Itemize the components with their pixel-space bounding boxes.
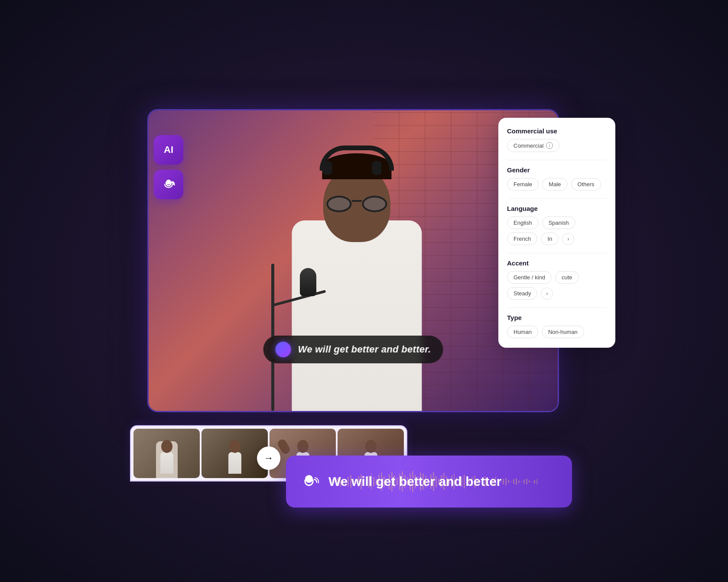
language-section: Language English Spanish French In ›	[507, 205, 607, 245]
wave-bar	[531, 482, 533, 482]
type-title: Type	[507, 314, 607, 321]
video-background: We will get better and better.	[149, 110, 558, 411]
commercial-use-section: Commercial use Commercial i	[507, 127, 607, 152]
accent-steady-tag[interactable]: Steady	[507, 287, 537, 300]
wave-bar	[510, 481, 512, 482]
accent-more-button[interactable]: ›	[541, 288, 553, 300]
next-arrow-button[interactable]: →	[257, 446, 280, 470]
bottom-section: → We will get better and better	[130, 425, 585, 508]
type-nonhuman-tag[interactable]: Non-human	[542, 326, 584, 338]
wave-bar	[523, 479, 525, 484]
main-video-card: We will get better and better.	[147, 109, 559, 412]
info-icon: i	[546, 142, 553, 149]
wave-bar	[516, 478, 517, 485]
ai-button[interactable]: AI	[154, 135, 183, 165]
wave-bar	[505, 478, 507, 485]
wave-bar	[513, 479, 514, 484]
gender-others-tag[interactable]: Others	[571, 178, 601, 191]
language-more-button[interactable]: ›	[562, 233, 574, 245]
language-spanish-tag[interactable]: Spanish	[542, 217, 575, 229]
gender-male-tag[interactable]: Male	[542, 178, 567, 191]
divider-3	[507, 253, 607, 253]
left-toolbar: AI	[154, 135, 183, 199]
divider-1	[507, 160, 607, 160]
gender-female-tag[interactable]: Female	[507, 178, 539, 191]
language-in-tag[interactable]: In	[541, 233, 559, 245]
wave-bar	[518, 480, 520, 483]
arrow-icon: →	[264, 453, 273, 464]
voice-button[interactable]	[154, 170, 183, 199]
film-thumb-1[interactable]	[133, 429, 200, 478]
divider-4	[507, 307, 607, 308]
gender-tags: Female Male Others	[507, 178, 607, 191]
ai-label: AI	[164, 144, 173, 155]
accent-section: Accent Gentle / kind cute Steady ›	[507, 259, 607, 300]
wave-bar	[526, 479, 527, 485]
gender-title: Gender	[507, 166, 607, 174]
filter-panel: Commercial use Commercial i Gender Femal…	[498, 118, 615, 348]
commercial-use-title: Commercial use	[507, 127, 607, 135]
gender-section: Gender Female Male Others	[507, 166, 607, 191]
wave-bar	[534, 480, 535, 484]
commercial-tag[interactable]: Commercial i	[507, 139, 559, 152]
divider-2	[507, 198, 607, 199]
accent-gentle-tag[interactable]: Gentle / kind	[507, 271, 552, 284]
language-tags: English Spanish French In ›	[507, 217, 607, 245]
language-english-tag[interactable]: English	[507, 217, 539, 229]
type-section: Type Human Non-human	[507, 314, 607, 338]
language-french-tag[interactable]: French	[507, 233, 537, 245]
audio-bar: We will get better and better	[286, 456, 572, 508]
wave-bar	[521, 481, 522, 482]
accent-tags: Gentle / kind cute Steady ›	[507, 271, 607, 300]
wave-bar	[536, 479, 538, 485]
wave-bar	[508, 480, 509, 483]
wave-bar	[503, 479, 504, 485]
subtitle-dot	[276, 342, 291, 357]
accent-cute-tag[interactable]: cute	[555, 271, 579, 284]
audio-text: We will get better and better	[328, 474, 502, 489]
language-title: Language	[507, 205, 607, 212]
wave-bar	[529, 480, 530, 483]
type-human-tag[interactable]: Human	[507, 326, 538, 338]
subtitle-text: We will get better and better.	[298, 344, 431, 355]
voice-icon	[161, 177, 176, 192]
type-tags: Human Non-human	[507, 326, 607, 338]
accent-title: Accent	[507, 259, 607, 267]
subtitle-bar: We will get better and better.	[263, 336, 443, 363]
